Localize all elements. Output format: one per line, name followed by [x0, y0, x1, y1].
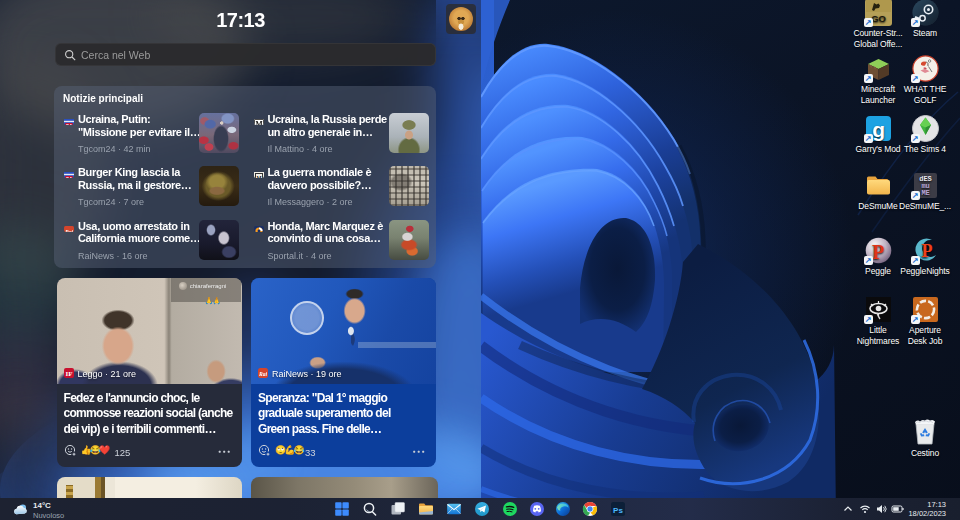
svg-text:M: M [256, 175, 261, 178]
svg-text:IF: IF [65, 370, 72, 378]
svg-text:Ps: Ps [613, 506, 623, 515]
svg-text:ME: ME [921, 189, 929, 197]
svg-text:M: M [255, 120, 262, 125]
svg-text:GO: GO [871, 13, 886, 24]
svg-text:P: P [921, 241, 932, 261]
svg-text:24: 24 [66, 177, 72, 179]
svg-text:g: g [872, 118, 885, 141]
svg-text:Rai: Rai [258, 371, 267, 377]
svg-text:Rai: Rai [64, 229, 73, 232]
svg-text:P: P [871, 241, 883, 263]
svg-text:24: 24 [66, 123, 72, 125]
